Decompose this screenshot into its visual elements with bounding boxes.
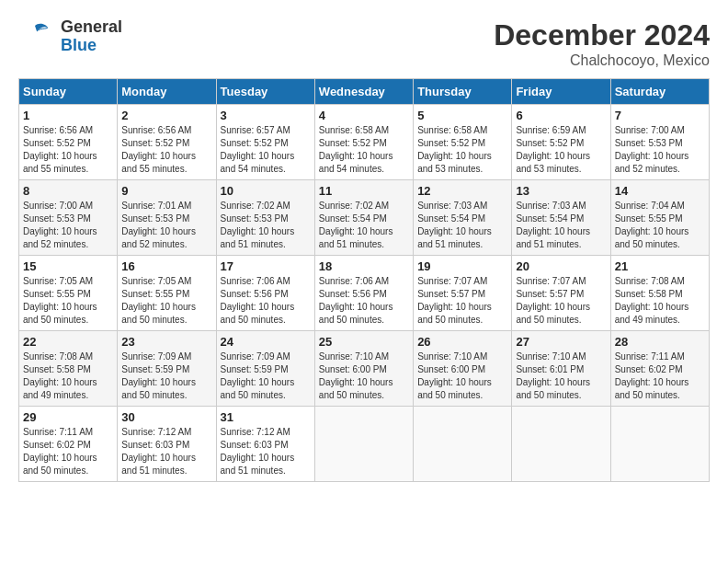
day-info: Sunrise: 7:10 AM Sunset: 6:00 PM Dayligh…	[319, 350, 409, 402]
logo-blue: Blue	[61, 37, 122, 55]
day-info: Sunrise: 7:01 AM Sunset: 5:53 PM Dayligh…	[121, 200, 211, 251]
day-info: Sunrise: 6:59 AM Sunset: 5:52 PM Dayligh…	[516, 124, 606, 176]
calendar-cell	[512, 407, 610, 482]
calendar-cell	[610, 407, 709, 482]
day-number: 4	[319, 109, 409, 122]
week-row: 1Sunrise: 6:56 AM Sunset: 5:52 PM Daylig…	[19, 105, 710, 180]
day-number: 27	[516, 335, 606, 349]
day-number: 22	[23, 335, 113, 349]
day-info: Sunrise: 7:11 AM Sunset: 6:02 PM Dayligh…	[23, 426, 113, 477]
day-info: Sunrise: 7:08 AM Sunset: 5:58 PM Dayligh…	[23, 350, 113, 402]
day-info: Sunrise: 7:02 AM Sunset: 5:54 PM Dayligh…	[319, 200, 409, 251]
day-number: 7	[615, 109, 705, 122]
calendar-cell: 4Sunrise: 6:58 AM Sunset: 5:52 PM Daylig…	[314, 105, 413, 180]
page-subtitle: Chalchocoyo, Mexico	[494, 52, 710, 69]
day-info: Sunrise: 6:57 AM Sunset: 5:52 PM Dayligh…	[221, 124, 311, 176]
day-number: 13	[516, 184, 606, 198]
day-info: Sunrise: 7:12 AM Sunset: 6:03 PM Dayligh…	[221, 426, 311, 477]
calendar-cell: 10Sunrise: 7:02 AM Sunset: 5:53 PM Dayli…	[216, 180, 314, 256]
page-header: General Blue December 2024 Chalchocoyo, …	[18, 18, 710, 69]
calendar-cell: 23Sunrise: 7:09 AM Sunset: 5:59 PM Dayli…	[118, 331, 216, 407]
calendar-cell: 28Sunrise: 7:11 AM Sunset: 6:02 PM Dayli…	[610, 331, 709, 407]
logo-bird-icon	[18, 18, 51, 55]
calendar-cell: 14Sunrise: 7:04 AM Sunset: 5:55 PM Dayli…	[610, 180, 709, 256]
calendar-cell: 11Sunrise: 7:02 AM Sunset: 5:54 PM Dayli…	[314, 180, 413, 256]
day-info: Sunrise: 7:05 AM Sunset: 5:55 PM Dayligh…	[23, 275, 113, 327]
day-info: Sunrise: 7:08 AM Sunset: 5:58 PM Dayligh…	[615, 275, 705, 327]
day-number: 26	[417, 335, 507, 349]
day-number: 25	[319, 335, 409, 349]
col-tuesday: Tuesday	[216, 79, 314, 105]
day-number: 6	[516, 109, 606, 122]
calendar-cell: 16Sunrise: 7:05 AM Sunset: 5:55 PM Dayli…	[118, 256, 216, 331]
day-number: 5	[417, 109, 507, 122]
calendar-cell: 5Sunrise: 6:58 AM Sunset: 5:52 PM Daylig…	[414, 105, 512, 180]
col-friday: Friday	[512, 79, 610, 105]
week-row: 8Sunrise: 7:00 AM Sunset: 5:53 PM Daylig…	[19, 180, 710, 256]
week-row: 29Sunrise: 7:11 AM Sunset: 6:02 PM Dayli…	[19, 407, 710, 482]
calendar-cell: 19Sunrise: 7:07 AM Sunset: 5:57 PM Dayli…	[414, 256, 512, 331]
day-info: Sunrise: 7:07 AM Sunset: 5:57 PM Dayligh…	[516, 275, 606, 327]
day-info: Sunrise: 7:09 AM Sunset: 5:59 PM Dayligh…	[121, 350, 211, 402]
day-info: Sunrise: 7:10 AM Sunset: 6:00 PM Dayligh…	[417, 350, 507, 402]
calendar-cell: 22Sunrise: 7:08 AM Sunset: 5:58 PM Dayli…	[19, 331, 118, 407]
calendar-cell: 21Sunrise: 7:08 AM Sunset: 5:58 PM Dayli…	[610, 256, 709, 331]
calendar-cell: 12Sunrise: 7:03 AM Sunset: 5:54 PM Dayli…	[414, 180, 512, 256]
week-row: 22Sunrise: 7:08 AM Sunset: 5:58 PM Dayli…	[19, 331, 710, 407]
day-number: 23	[121, 335, 211, 349]
calendar-cell: 18Sunrise: 7:06 AM Sunset: 5:56 PM Dayli…	[314, 256, 413, 331]
calendar-cell: 2Sunrise: 6:56 AM Sunset: 5:52 PM Daylig…	[118, 105, 216, 180]
day-number: 11	[319, 184, 409, 198]
day-info: Sunrise: 7:02 AM Sunset: 5:53 PM Dayligh…	[221, 200, 311, 251]
day-info: Sunrise: 7:05 AM Sunset: 5:55 PM Dayligh…	[121, 275, 211, 327]
day-info: Sunrise: 7:06 AM Sunset: 5:56 PM Dayligh…	[221, 275, 311, 327]
day-info: Sunrise: 7:00 AM Sunset: 5:53 PM Dayligh…	[615, 124, 705, 176]
logo-general: General	[61, 18, 122, 37]
day-info: Sunrise: 7:04 AM Sunset: 5:55 PM Dayligh…	[615, 200, 705, 251]
day-info: Sunrise: 7:09 AM Sunset: 5:59 PM Dayligh…	[221, 350, 311, 402]
day-info: Sunrise: 7:03 AM Sunset: 5:54 PM Dayligh…	[417, 200, 507, 251]
day-number: 2	[121, 109, 211, 122]
day-info: Sunrise: 7:12 AM Sunset: 6:03 PM Dayligh…	[121, 426, 211, 477]
calendar-cell: 27Sunrise: 7:10 AM Sunset: 6:01 PM Dayli…	[512, 331, 610, 407]
week-row: 15Sunrise: 7:05 AM Sunset: 5:55 PM Dayli…	[19, 256, 710, 331]
day-info: Sunrise: 7:03 AM Sunset: 5:54 PM Dayligh…	[516, 200, 606, 251]
calendar-cell: 3Sunrise: 6:57 AM Sunset: 5:52 PM Daylig…	[216, 105, 314, 180]
day-number: 12	[417, 184, 507, 198]
day-number: 3	[221, 109, 311, 122]
day-info: Sunrise: 6:56 AM Sunset: 5:52 PM Dayligh…	[23, 124, 113, 176]
day-number: 18	[319, 259, 409, 273]
calendar-cell: 1Sunrise: 6:56 AM Sunset: 5:52 PM Daylig…	[19, 105, 118, 180]
day-number: 1	[23, 109, 113, 122]
day-info: Sunrise: 6:58 AM Sunset: 5:52 PM Dayligh…	[417, 124, 507, 176]
day-number: 31	[221, 410, 311, 424]
day-number: 17	[221, 259, 311, 273]
day-number: 29	[23, 410, 113, 424]
calendar-cell: 31Sunrise: 7:12 AM Sunset: 6:03 PM Dayli…	[216, 407, 314, 482]
calendar-cell: 26Sunrise: 7:10 AM Sunset: 6:00 PM Dayli…	[414, 331, 512, 407]
day-number: 21	[615, 259, 705, 273]
day-number: 20	[516, 259, 606, 273]
calendar-cell: 24Sunrise: 7:09 AM Sunset: 5:59 PM Dayli…	[216, 331, 314, 407]
logo: General Blue	[18, 18, 122, 55]
day-number: 28	[615, 335, 705, 349]
col-sunday: Sunday	[19, 79, 118, 105]
calendar-cell	[414, 407, 512, 482]
day-info: Sunrise: 7:07 AM Sunset: 5:57 PM Dayligh…	[417, 275, 507, 327]
calendar-cell: 20Sunrise: 7:07 AM Sunset: 5:57 PM Dayli…	[512, 256, 610, 331]
day-number: 9	[121, 184, 211, 198]
day-number: 24	[221, 335, 311, 349]
calendar-header-row: Sunday Monday Tuesday Wednesday Thursday…	[19, 79, 710, 105]
col-monday: Monday	[118, 79, 216, 105]
calendar-cell: 17Sunrise: 7:06 AM Sunset: 5:56 PM Dayli…	[216, 256, 314, 331]
calendar-cell: 30Sunrise: 7:12 AM Sunset: 6:03 PM Dayli…	[118, 407, 216, 482]
day-number: 30	[121, 410, 211, 424]
day-info: Sunrise: 6:58 AM Sunset: 5:52 PM Dayligh…	[319, 124, 409, 176]
calendar-cell: 9Sunrise: 7:01 AM Sunset: 5:53 PM Daylig…	[118, 180, 216, 256]
day-info: Sunrise: 7:00 AM Sunset: 5:53 PM Dayligh…	[23, 200, 113, 251]
page-title: December 2024	[494, 18, 710, 52]
day-number: 14	[615, 184, 705, 198]
day-number: 8	[23, 184, 113, 198]
logo-text: General Blue	[61, 18, 122, 55]
calendar-table: Sunday Monday Tuesday Wednesday Thursday…	[18, 78, 710, 482]
